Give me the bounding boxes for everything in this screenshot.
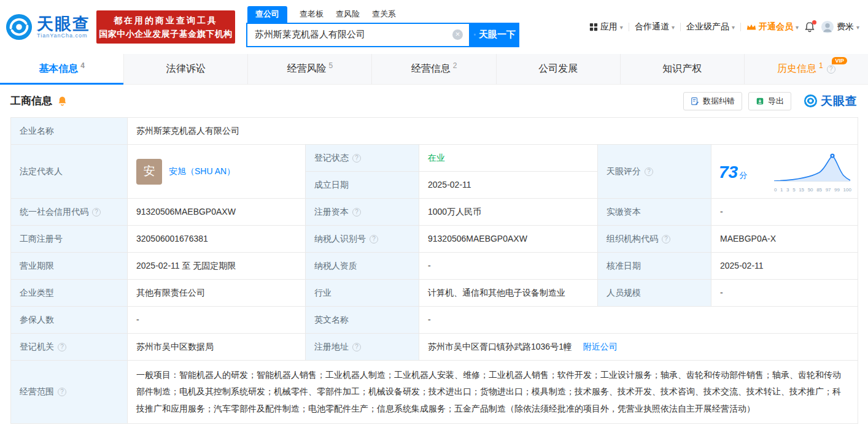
score-tick: 1 xyxy=(780,186,783,194)
reg-address-value: 苏州市吴中区胥口镇孙武路1036号1幢 xyxy=(428,342,572,351)
menu-partner[interactable]: 合作通道 xyxy=(635,21,675,33)
help-icon[interactable] xyxy=(92,208,101,217)
tab-label: 基本信息 xyxy=(39,63,78,75)
search-button[interactable]: 天眼一下 xyxy=(470,23,519,47)
help-icon[interactable] xyxy=(58,343,66,351)
tab-intellectual-property[interactable]: 知识产权 xyxy=(621,54,745,84)
tianyancha-logo-icon xyxy=(5,13,33,41)
help-icon[interactable] xyxy=(58,388,66,396)
search-tab-relation[interactable]: 查关系 xyxy=(372,9,396,23)
tab-count: 4 xyxy=(80,61,85,70)
tab-basic-info[interactable]: 基本信息 4 xyxy=(0,54,124,84)
reg-number-label: 工商注册号 xyxy=(11,226,128,253)
paid-capital-label: 实缴资本 xyxy=(598,199,711,226)
search-input[interactable] xyxy=(254,29,452,40)
export-icon xyxy=(756,97,764,105)
logo-brand-text: 天眼查 xyxy=(37,15,90,33)
business-info-table: 企业名称 苏州斯莱克机器人有限公司 法定代表人 安 安旭（SHU AN） 登记状… xyxy=(10,117,858,424)
watermark-brand-text: 天眼查 xyxy=(821,93,858,109)
logo-text: 天眼查 TianYanCha.com xyxy=(37,15,90,39)
menu-apps[interactable]: 应用 xyxy=(589,21,623,33)
row-business-scope: 经营范围 一般项目：智能机器人的研发；智能机器人销售；工业机器人制造；工业机器人… xyxy=(11,361,858,424)
row-reg-authority: 登记机关 苏州市吴中区数据局 注册地址 苏州市吴中区胥口镇孙武路1036号1幢 … xyxy=(11,334,858,361)
industry-label: 行业 xyxy=(306,280,419,307)
taxpayer-id-label: 纳税人识别号 xyxy=(314,234,366,244)
menu-divider xyxy=(629,23,629,31)
legal-rep-avatar[interactable]: 安 xyxy=(136,159,162,185)
banner-line1: 都在用的商业查询工具 xyxy=(114,13,218,27)
taxpayer-id-label-cell: 纳税人识别号 xyxy=(306,226,419,253)
menu-enterprise-label: 企业级产品 xyxy=(686,21,729,33)
business-term-value: 2025-02-11 至 无固定期限 xyxy=(128,253,306,280)
nearby-companies-link[interactable]: 附近公司 xyxy=(583,342,618,351)
score-tick: 15 xyxy=(799,186,804,194)
menu-enterprise[interactable]: 企业级产品 xyxy=(686,21,735,33)
insured-count-label: 参保人数 xyxy=(11,307,128,334)
menu-user[interactable]: 费米 xyxy=(821,20,859,34)
tab-label: 经营风险 xyxy=(287,63,327,75)
tianyancha-logo[interactable]: 天眼查 TianYanCha.com xyxy=(5,13,90,41)
tab-count: 5 xyxy=(329,61,333,70)
tab-company-development[interactable]: 公司发展 xyxy=(497,54,621,84)
score-tick: 99 xyxy=(834,186,840,194)
monitor-bell-icon[interactable] xyxy=(57,96,68,106)
english-name-label: 英文名称 xyxy=(306,307,419,334)
reg-number-value: 320506001676381 xyxy=(128,226,306,253)
menu-partner-label: 合作通道 xyxy=(635,21,669,33)
reg-status-value[interactable]: 在业 xyxy=(428,153,445,163)
business-term-label: 营业期限 xyxy=(11,253,128,280)
search-type-tabs: 查公司 查老板 查风险 查关系 xyxy=(246,7,519,23)
score-tick: 85 xyxy=(816,186,822,194)
help-icon[interactable] xyxy=(827,65,835,74)
insured-count-value: - xyxy=(128,307,306,334)
score-tick: 100 xyxy=(843,186,851,194)
search-button-eye-icon xyxy=(474,30,476,39)
chevron-down-icon xyxy=(796,24,799,31)
search-box xyxy=(246,23,470,47)
tab-operating-info[interactable]: 经营信息 2 xyxy=(372,54,496,84)
clear-search-icon[interactable] xyxy=(452,29,463,40)
credit-code-value: 91320506MAEBGP0AXW xyxy=(128,199,306,226)
data-correction-button[interactable]: 数据纠错 xyxy=(683,92,742,110)
reg-status-label-cell: 登记状态 xyxy=(306,145,419,172)
tab-operating-risk[interactable]: 经营风险 5 xyxy=(248,54,372,84)
search-tab-risk[interactable]: 查风险 xyxy=(336,9,360,23)
score-tick: 3 xyxy=(786,186,789,194)
row-company-type: 企业类型 其他有限责任公司 行业 计算机、通信和其他电子设备制造业 人员规模 - xyxy=(11,280,858,307)
reg-authority-label-cell: 登记机关 xyxy=(11,334,128,361)
industry-value: 计算机、通信和其他电子设备制造业 xyxy=(419,280,598,307)
help-icon[interactable] xyxy=(370,235,378,244)
help-icon[interactable] xyxy=(352,208,361,217)
tab-label: 经营信息 xyxy=(411,63,451,75)
help-icon[interactable] xyxy=(645,167,653,176)
chevron-down-icon xyxy=(672,24,675,31)
company-type-value: 其他有限责任公司 xyxy=(128,280,306,307)
help-icon[interactable] xyxy=(352,343,361,351)
score-label: 天眼评分 xyxy=(606,166,641,176)
reg-status-label: 登记状态 xyxy=(314,153,349,163)
top-header: 天眼查 TianYanCha.com 都在用的商业查询工具 国家中小企业发展子基… xyxy=(0,0,868,54)
legal-rep-label: 法定代表人 xyxy=(11,145,128,199)
staff-size-value: - xyxy=(711,280,858,307)
business-scope-value: 一般项目：智能机器人的研发；智能机器人销售；工业机器人制造；工业机器人安装、维修… xyxy=(128,361,858,424)
tab-count: 1 xyxy=(819,61,823,70)
establish-date-label: 成立日期 xyxy=(306,172,419,199)
search-tab-company[interactable]: 查公司 xyxy=(247,6,287,23)
help-icon[interactable] xyxy=(352,154,361,163)
tab-legal-proceedings[interactable]: 法律诉讼 xyxy=(124,54,248,84)
legal-rep-link[interactable]: 安旭（SHU AN） xyxy=(169,165,235,178)
tab-label: 公司发展 xyxy=(538,63,578,75)
company-type-label: 企业类型 xyxy=(11,280,128,307)
tab-history-info[interactable]: VIP 历史信息 1 xyxy=(745,54,868,84)
search-tab-boss[interactable]: 查老板 xyxy=(300,9,324,23)
notification-bell[interactable] xyxy=(804,21,815,33)
vip-badge: VIP xyxy=(832,57,847,64)
company-name-label: 企业名称 xyxy=(11,118,128,145)
export-button[interactable]: 导出 xyxy=(748,92,791,110)
tianyancha-company-page: 天眼查 TianYanCha.com 都在用的商业查询工具 国家中小企业发展子基… xyxy=(0,0,868,424)
score-tick: 50 xyxy=(808,186,813,194)
tianyancha-logo-icon xyxy=(804,94,818,108)
org-code-label: 组织机构代码 xyxy=(606,234,658,244)
menu-vip[interactable]: 开通会员 xyxy=(746,21,799,33)
help-icon[interactable] xyxy=(662,235,670,244)
